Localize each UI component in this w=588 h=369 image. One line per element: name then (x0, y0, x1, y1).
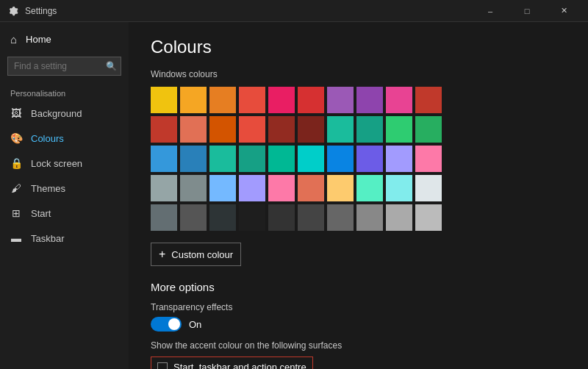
start-icon: ⊞ (10, 207, 22, 219)
color-swatch[interactable] (239, 116, 265, 143)
color-swatch[interactable] (415, 175, 442, 201)
checkbox-start-taskbar-box[interactable] (157, 362, 168, 370)
color-swatch[interactable] (327, 175, 354, 201)
color-swatch[interactable] (180, 204, 207, 231)
surfaces-box: Start, taskbar and action centre Title b… (151, 357, 313, 369)
lock-icon: 🔒 (10, 157, 22, 169)
color-swatch[interactable] (180, 146, 207, 172)
sidebar-item-background-label: Background (31, 108, 82, 119)
color-swatch[interactable] (415, 204, 442, 231)
color-swatch[interactable] (415, 116, 442, 143)
minimize-button[interactable]: – (473, 0, 507, 22)
color-swatch[interactable] (151, 116, 177, 143)
home-icon: ⌂ (10, 33, 17, 46)
color-swatch[interactable] (327, 87, 354, 113)
sidebar-item-home[interactable]: ⌂ Home (0, 26, 129, 53)
taskbar-icon: ▬ (10, 232, 22, 244)
custom-colour-button[interactable]: + Custom colour (151, 243, 241, 266)
sidebar-item-taskbar-label: Taskbar (31, 233, 65, 244)
color-swatch[interactable] (239, 204, 265, 231)
sidebar-item-lock-screen[interactable]: 🔒 Lock screen (0, 151, 129, 176)
sidebar-item-taskbar[interactable]: ▬ Taskbar (0, 226, 129, 251)
sidebar-item-colours-label: Colours (31, 133, 64, 144)
color-swatch[interactable] (356, 204, 383, 231)
plus-icon: + (159, 248, 165, 261)
color-swatch[interactable] (386, 204, 412, 231)
color-swatch[interactable] (209, 204, 236, 231)
color-swatch[interactable] (180, 87, 207, 113)
sidebar-search: 🔍 (7, 57, 121, 76)
main-layout: ⌂ Home 🔍 Personalisation 🖼 Background 🎨 … (0, 22, 588, 369)
custom-colour-label: Custom colour (171, 249, 233, 260)
checkbox-start-taskbar[interactable]: Start, taskbar and action centre (157, 362, 306, 369)
color-grid (151, 87, 566, 231)
maximize-button[interactable]: □ (510, 0, 544, 22)
color-swatch[interactable] (268, 116, 295, 143)
color-swatch[interactable] (209, 175, 236, 201)
colours-icon: 🎨 (10, 132, 22, 144)
color-swatch[interactable] (239, 175, 265, 201)
title-bar: Settings – □ ✕ (0, 0, 588, 22)
color-swatch[interactable] (151, 204, 177, 231)
color-swatch[interactable] (151, 87, 177, 113)
section-label: Personalisation (0, 83, 129, 101)
color-swatch[interactable] (327, 146, 354, 172)
toggle-knob (168, 318, 180, 330)
transparency-label: Transparency effects (151, 302, 566, 312)
color-swatch[interactable] (180, 116, 207, 143)
color-swatch[interactable] (415, 146, 442, 172)
color-swatch[interactable] (268, 175, 295, 201)
color-swatch[interactable] (356, 116, 383, 143)
color-swatch[interactable] (268, 146, 295, 172)
themes-icon: 🖌 (10, 182, 22, 194)
color-swatch[interactable] (356, 175, 383, 201)
color-swatch[interactable] (298, 204, 324, 231)
color-swatch[interactable] (239, 146, 265, 172)
page-title: Colours (151, 37, 566, 57)
sidebar-item-themes[interactable]: 🖌 Themes (0, 176, 129, 201)
settings-icon (7, 5, 19, 17)
content-area: Colours Windows colours + Custom colour … (129, 22, 588, 369)
close-button[interactable]: ✕ (547, 0, 581, 22)
color-swatch[interactable] (327, 116, 354, 143)
color-swatch[interactable] (298, 87, 324, 113)
color-swatch[interactable] (386, 146, 412, 172)
transparency-value: On (189, 319, 201, 330)
title-bar-controls: – □ ✕ (473, 0, 581, 22)
sidebar-item-start[interactable]: ⊞ Start (0, 201, 129, 226)
title-bar-title: Settings (25, 6, 57, 16)
color-swatch[interactable] (209, 146, 236, 172)
color-swatch[interactable] (415, 87, 442, 113)
color-swatch[interactable] (386, 116, 412, 143)
background-icon: 🖼 (10, 107, 22, 119)
home-label: Home (26, 34, 51, 45)
color-swatch[interactable] (298, 146, 324, 172)
color-swatch[interactable] (268, 204, 295, 231)
color-swatch[interactable] (268, 87, 295, 113)
search-icon: 🔍 (106, 61, 117, 71)
sidebar-item-background[interactable]: 🖼 Background (0, 101, 129, 126)
search-input[interactable] (7, 57, 121, 76)
sidebar-item-lock-label: Lock screen (31, 158, 82, 169)
color-swatch[interactable] (151, 175, 177, 201)
color-swatch[interactable] (209, 116, 236, 143)
color-swatch[interactable] (327, 204, 354, 231)
color-swatch[interactable] (356, 87, 383, 113)
sidebar-item-colours[interactable]: 🎨 Colours (0, 126, 129, 151)
color-swatch[interactable] (209, 87, 236, 113)
windows-colours-label: Windows colours (151, 69, 566, 79)
checkbox-start-taskbar-label: Start, taskbar and action centre (173, 362, 306, 369)
color-swatch[interactable] (298, 175, 324, 201)
color-swatch[interactable] (151, 146, 177, 172)
color-swatch[interactable] (239, 87, 265, 113)
transparency-toggle-row: On (151, 317, 566, 332)
color-swatch[interactable] (356, 146, 383, 172)
transparency-toggle[interactable] (151, 317, 182, 332)
color-swatch[interactable] (180, 175, 207, 201)
sidebar-item-themes-label: Themes (31, 183, 65, 194)
color-swatch[interactable] (386, 175, 412, 201)
surfaces-label: Show the accent colour on the following … (151, 340, 566, 351)
more-options-title: More options (151, 281, 566, 293)
color-swatch[interactable] (386, 87, 412, 113)
color-swatch[interactable] (298, 116, 324, 143)
